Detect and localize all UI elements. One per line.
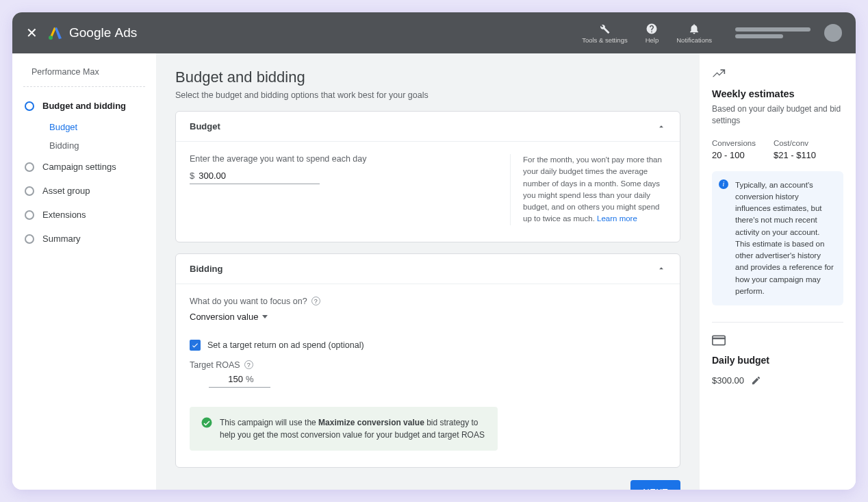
sidebar-divider	[23, 86, 145, 87]
daily-budget-value: $300.00	[712, 375, 744, 386]
info-icon: i	[719, 179, 728, 189]
account-pills	[735, 27, 810, 38]
bid-strategy-info: This campaign will use the Maximize conv…	[190, 407, 498, 451]
estimates-title: Weekly estimates	[712, 88, 843, 99]
nav-label: Extensions	[42, 210, 86, 220]
svg-point-0	[49, 36, 53, 40]
conversions-value: 20 - 100	[712, 150, 756, 160]
target-roas-checkbox[interactable]	[190, 340, 201, 351]
top-bar: ✕ Google Ads Tools & settings Help Notif…	[12, 12, 856, 53]
nav-summary[interactable]: Summary	[12, 227, 156, 251]
nav-radio-icon	[25, 234, 34, 244]
bidding-card-title: Bidding	[190, 264, 222, 274]
chevron-up-icon[interactable]	[656, 264, 666, 273]
next-button[interactable]: NEXT	[630, 480, 680, 490]
nav-radio-icon	[25, 162, 34, 172]
target-roas-input-wrapper[interactable]: %	[209, 374, 270, 388]
google-ads-logo: Google Ads	[47, 25, 137, 41]
close-icon[interactable]: ✕	[26, 25, 38, 41]
nav-label: Summary	[42, 234, 81, 244]
help-button[interactable]: Help	[641, 23, 663, 44]
estimates-panel: Weekly estimates Based on your daily bud…	[700, 53, 856, 490]
target-roas-input[interactable]	[209, 374, 243, 384]
help-icon	[646, 23, 658, 35]
check-icon	[191, 341, 199, 349]
bell-icon	[688, 23, 700, 35]
logo-text-bold: Google	[69, 25, 111, 40]
nav-radio-icon	[25, 210, 34, 220]
estimates-info-box: i Typically, an account's conversion his…	[712, 171, 843, 306]
budget-input[interactable]	[199, 171, 320, 181]
nav-extensions[interactable]: Extensions	[12, 203, 156, 227]
cost-per-conv-value: $21 - $110	[774, 150, 816, 160]
nav-radio-icon	[25, 186, 34, 196]
pencil-icon[interactable]	[751, 375, 761, 386]
budget-prompt: Enter the average you want to spend each…	[190, 154, 491, 164]
page-title: Budget and bidding	[175, 68, 680, 86]
avatar[interactable]	[824, 24, 842, 42]
campaign-type-label: Performance Max	[12, 67, 156, 86]
credit-card-icon	[712, 335, 726, 346]
tools-settings-button[interactable]: Tools & settings	[578, 23, 632, 44]
check-circle-icon	[201, 416, 213, 429]
nav-campaign-settings[interactable]: Campaign settings	[12, 155, 156, 179]
checkbox-label: Set a target return on ad spend (optiona…	[207, 340, 364, 350]
budget-card: Budget Enter the average you want to spe…	[175, 111, 680, 242]
main-content: Budget and bidding Select the budget and…	[156, 53, 700, 490]
focus-value: Conversion value	[190, 312, 258, 322]
nav-label: Budget and bidding	[42, 101, 126, 111]
target-roas-label: Target ROAS ?	[190, 360, 666, 370]
page-subtitle: Select the budget and bidding options th…	[175, 90, 680, 100]
focus-select[interactable]: Conversion value	[190, 312, 666, 322]
nav-label: Campaign settings	[42, 162, 116, 172]
cost-per-conv-label: Cost/conv	[774, 139, 816, 147]
chevron-up-icon[interactable]	[656, 122, 666, 131]
svg-rect-3	[713, 338, 725, 340]
currency-symbol: $	[190, 171, 194, 181]
dropdown-icon	[262, 315, 268, 318]
nav-label: Asset group	[42, 186, 90, 196]
trend-icon	[712, 67, 726, 81]
logo-text-thin: Ads	[115, 25, 138, 40]
tools-label: Tools & settings	[582, 36, 628, 44]
nav-sub-budget[interactable]: Budget	[12, 118, 156, 136]
bidding-card: Bidding What do you want to focus on? ? …	[175, 253, 680, 468]
percent-unit: %	[246, 374, 254, 384]
budget-input-wrapper[interactable]: $	[190, 171, 320, 184]
help-icon[interactable]: ?	[311, 297, 320, 305]
sidebar: Performance Max Budget and bidding Budge…	[12, 53, 156, 490]
nav-asset-group[interactable]: Asset group	[12, 179, 156, 203]
focus-label: What do you want to focus on? ?	[190, 297, 666, 306]
divider	[712, 322, 843, 323]
wrench-icon	[598, 23, 611, 35]
ads-logo-icon	[47, 25, 64, 41]
budget-card-title: Budget	[190, 121, 220, 131]
nav-budget-bidding[interactable]: Budget and bidding	[12, 94, 156, 118]
help-icon[interactable]: ?	[244, 360, 253, 369]
notif-label: Notifications	[676, 36, 712, 44]
estimates-subtitle: Based on your daily budget and bid setti…	[712, 103, 843, 127]
daily-budget-title: Daily budget	[712, 355, 843, 366]
conversions-label: Conversions	[712, 139, 756, 147]
budget-help-text: For the month, you won't pay more than y…	[510, 154, 666, 225]
nav-sub-bidding[interactable]: Bidding	[12, 136, 156, 155]
nav-radio-icon	[25, 101, 34, 111]
svg-point-1	[202, 417, 212, 427]
learn-more-link[interactable]: Learn more	[597, 214, 637, 223]
help-label: Help	[646, 36, 659, 44]
notifications-button[interactable]: Notifications	[672, 23, 716, 44]
svg-rect-2	[713, 336, 725, 344]
